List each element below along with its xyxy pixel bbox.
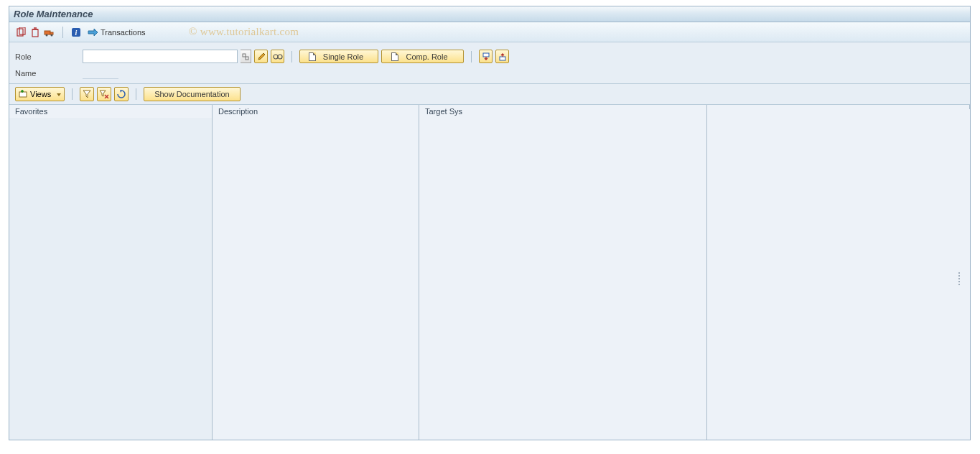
svg-point-8 [51,34,53,36]
glasses-icon [273,53,283,60]
description-header[interactable]: Description [213,105,419,118]
svg-point-14 [278,55,282,59]
upload-icon [498,52,507,61]
edit-button[interactable] [254,50,268,63]
sub-toolbar: Views Show Documentation [9,84,970,104]
svg-rect-17 [500,57,505,60]
pencil-icon [257,52,266,61]
role-label: Role [15,52,80,61]
filter-delete-icon [99,90,109,98]
table-area: Favorites Description Target Sys [9,104,970,440]
comp-role-label: Comp. Role [406,52,447,61]
target-sys-body[interactable] [419,118,707,440]
target-sys-column: Target Sys [419,105,707,440]
show-documentation-button[interactable]: Show Documentation [144,87,241,101]
toolbar-separator [62,27,63,38]
views-icon [19,90,27,98]
delete-icon[interactable] [29,27,41,38]
title-bar: Role Maintenance [9,6,970,22]
search-help-button[interactable] [241,50,251,63]
filter-icon [83,90,91,98]
sub-separator-1 [72,88,73,100]
transport-icon[interactable] [44,27,55,38]
filter-delete-button[interactable] [97,87,111,101]
svg-rect-2 [32,29,38,37]
window-title: Role Maintenance [14,9,93,19]
svg-rect-5 [45,31,50,34]
description-column: Description [213,105,419,440]
favorites-body[interactable] [9,118,213,440]
svg-point-7 [46,34,48,36]
filter-button[interactable] [80,87,94,101]
favorites-column: Favorites [9,105,213,440]
views-button[interactable]: Views [15,87,65,101]
description-body[interactable] [213,118,419,440]
svg-rect-18 [19,92,27,97]
blank-body [707,109,970,440]
svg-rect-12 [246,57,248,60]
svg-point-13 [274,55,278,59]
svg-rect-16 [483,53,489,57]
svg-text:i: i [75,29,78,37]
upload-button[interactable] [495,50,509,63]
info-icon[interactable]: i [70,27,82,38]
form-separator-2 [471,51,472,62]
download-button[interactable] [479,50,493,63]
window-root: Role Maintenance i Transactions © www.tu… [9,6,971,440]
download-icon [482,52,490,61]
form-area: Role Single Role Comp. Role [9,42,970,84]
name-value [83,68,118,79]
watermark-text: © www.tutorialkart.com [189,26,299,38]
transactions-icon [88,28,98,37]
scroll-indicator[interactable] [958,272,960,285]
document-icon [309,52,316,61]
name-label: Name [15,69,80,78]
views-label: Views [30,90,57,98]
single-role-button[interactable]: Single Role [299,50,378,63]
copy-icon[interactable] [15,27,27,38]
main-toolbar: i Transactions © www.tutorialkart.com [9,22,970,42]
name-row: Name [15,68,964,79]
document-icon [391,52,398,61]
svg-rect-11 [243,54,246,57]
target-sys-header[interactable]: Target Sys [419,105,707,118]
role-input[interactable] [83,50,238,63]
blank-column [707,105,970,440]
transactions-button[interactable]: Transactions [85,28,149,37]
refresh-button[interactable] [114,87,129,101]
sub-separator-2 [136,88,136,100]
favorites-header[interactable]: Favorites [9,105,213,118]
comp-role-button[interactable]: Comp. Role [381,50,464,63]
transactions-label: Transactions [101,28,146,37]
form-separator-1 [291,51,292,62]
display-button[interactable] [271,50,284,63]
refresh-icon [117,90,126,98]
role-row: Role Single Role Comp. Role [15,50,964,63]
show-documentation-label: Show Documentation [154,90,230,98]
single-role-label: Single Role [323,52,363,61]
